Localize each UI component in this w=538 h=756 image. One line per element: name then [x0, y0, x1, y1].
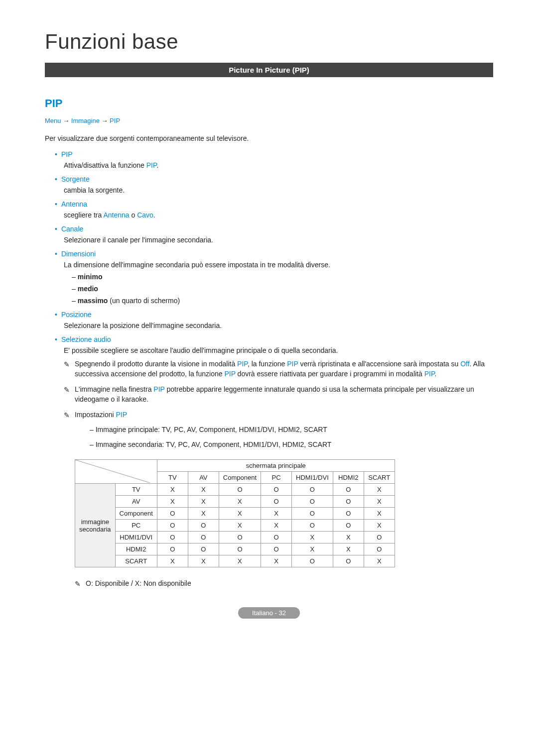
table-row-header: AV: [115, 496, 157, 508]
table-row: HDMI1/DVIOOOOXXO: [75, 532, 395, 543]
page-footer: Italiano - 32: [45, 607, 493, 619]
option-item: •PosizioneSelezionare la posizione dell'…: [55, 311, 493, 329]
table-cell: O: [292, 520, 333, 532]
table-cell: X: [261, 508, 292, 520]
settings-sub-list: Immagine principale: TV, PC, AV, Compone…: [90, 425, 493, 449]
option-item: •Sorgentecambia la sorgente.: [55, 175, 493, 194]
table-cell: O: [157, 520, 188, 532]
compatibility-table: schermata principale TVAVComponentPCHDMI…: [75, 459, 395, 567]
legend-text: O: Disponibile / X: Non disponibile: [86, 579, 191, 587]
option-label: Posizione: [61, 311, 92, 319]
breadcrumb: Menu → Immagine → PIP: [45, 117, 493, 124]
table-cell: O: [219, 543, 261, 555]
table-cell: O: [188, 520, 219, 532]
table-col-header: SCART: [364, 472, 395, 484]
bullet-icon: •: [55, 176, 57, 183]
note-icon: ✎: [64, 360, 70, 370]
note-icon: ✎: [64, 385, 70, 395]
table-legend: ✎ O: Disponibile / X: Non disponibile: [75, 579, 493, 587]
table-row-header: TV: [115, 484, 157, 496]
section-bar: Picture In Picture (PIP): [45, 63, 493, 77]
table-cell: O: [364, 543, 395, 555]
options-list: •PIPAttiva/disattiva la funzione PIP.•So…: [45, 150, 493, 449]
option-label: Sorgente: [61, 175, 90, 183]
table-row-header: PC: [115, 520, 157, 532]
note-item: ✎Spegnendo il prodotto durante la vision…: [64, 359, 493, 379]
option-label: Dimensioni: [61, 250, 96, 258]
intro-text: Per visualizzare due sorgenti contempora…: [45, 134, 493, 142]
breadcrumb-immagine: Immagine: [71, 117, 100, 124]
sub-list: minimomediomassimo (un quarto di schermo…: [72, 273, 493, 305]
table-main-label: schermata principale: [157, 460, 395, 472]
breadcrumb-menu: Menu: [45, 117, 61, 124]
table-cell: X: [157, 484, 188, 496]
bullet-icon: •: [55, 225, 57, 232]
bullet-icon: •: [55, 151, 57, 158]
table-cell: X: [364, 496, 395, 508]
table-cell: O: [261, 532, 292, 543]
table-cell: O: [333, 508, 364, 520]
table-row-header: HDMI1/DVI: [115, 532, 157, 543]
table-cell: X: [219, 508, 261, 520]
table-cell: O: [333, 555, 364, 567]
table-row: HDMI2OOOOXXO: [75, 543, 395, 555]
table-row-header: SCART: [115, 555, 157, 567]
arrow-icon: →: [101, 117, 108, 124]
table-cell: O: [261, 496, 292, 508]
option-item: •Selezione audioE' possibile scegliere s…: [55, 335, 493, 449]
table-diag-header: [75, 460, 157, 484]
table-cell: X: [157, 496, 188, 508]
option-item: •Antennascegliere tra Antenna o Cavo.: [55, 200, 493, 219]
table-cell: X: [188, 555, 219, 567]
bullet-icon: •: [55, 311, 57, 318]
option-item: •PIPAttiva/disattiva la funzione PIP.: [55, 150, 493, 169]
page-number: Italiano - 32: [238, 607, 300, 619]
table-cell: O: [157, 508, 188, 520]
table-cell: X: [219, 520, 261, 532]
table-cell: O: [261, 484, 292, 496]
table-col-header: AV: [188, 472, 219, 484]
table-cell: X: [292, 543, 333, 555]
table-cell: X: [188, 508, 219, 520]
option-label: Canale: [61, 225, 83, 233]
table-row-header: HDMI2: [115, 543, 157, 555]
table-cell: O: [292, 496, 333, 508]
table-col-header: HDMI2: [333, 472, 364, 484]
settings-note-item: ✎Impostazioni PIPImmagine principale: TV…: [64, 410, 493, 449]
sub-item: massimo (un quarto di schermo): [72, 297, 493, 305]
table-cell: X: [364, 520, 395, 532]
sub-item: medio: [72, 285, 493, 293]
svg-line-0: [75, 460, 150, 483]
table-cell: X: [333, 532, 364, 543]
settings-sub-item: Immagine principale: TV, PC, AV, Compone…: [90, 425, 493, 435]
option-desc: Selezionare la posizione dell'immagine s…: [64, 322, 493, 329]
settings-note: ✎Impostazioni PIPImmagine principale: TV…: [64, 410, 493, 449]
option-desc: Attiva/disattiva la funzione PIP.: [64, 161, 493, 169]
table-cell: O: [292, 484, 333, 496]
table-cell: O: [292, 555, 333, 567]
option-desc: scegliere tra Antenna o Cavo.: [64, 211, 493, 219]
note-item: ✎L'immagine nella finestra PIP potrebbe …: [64, 385, 493, 404]
table-cell: O: [364, 532, 395, 543]
breadcrumb-pip: PIP: [110, 117, 120, 124]
note-list: ✎Spegnendo il prodotto durante la vision…: [64, 359, 493, 404]
table-cell: X: [261, 520, 292, 532]
option-desc: E' possibile scegliere se ascoltare l'au…: [64, 346, 493, 354]
sub-item: minimo: [72, 273, 493, 281]
table-col-header: PC: [261, 472, 292, 484]
table-col-header: HDMI1/DVI: [292, 472, 333, 484]
note-icon: ✎: [64, 411, 70, 421]
table-cell: O: [157, 543, 188, 555]
note-icon: ✎: [75, 580, 81, 588]
table-cell: X: [188, 484, 219, 496]
table-col-header: TV: [157, 472, 188, 484]
table-cell: X: [364, 508, 395, 520]
option-desc: Selezionare il canale per l'immagine sec…: [64, 236, 493, 244]
option-desc: La dimensione dell'immagine secondaria p…: [64, 261, 493, 269]
arrow-icon: →: [63, 117, 69, 124]
table-cell: X: [188, 496, 219, 508]
table-secondary-label: immagine secondaria: [75, 484, 116, 567]
option-item: •DimensioniLa dimensione dell'immagine s…: [55, 250, 493, 305]
bullet-icon: •: [55, 201, 57, 208]
option-label: PIP: [61, 150, 73, 158]
